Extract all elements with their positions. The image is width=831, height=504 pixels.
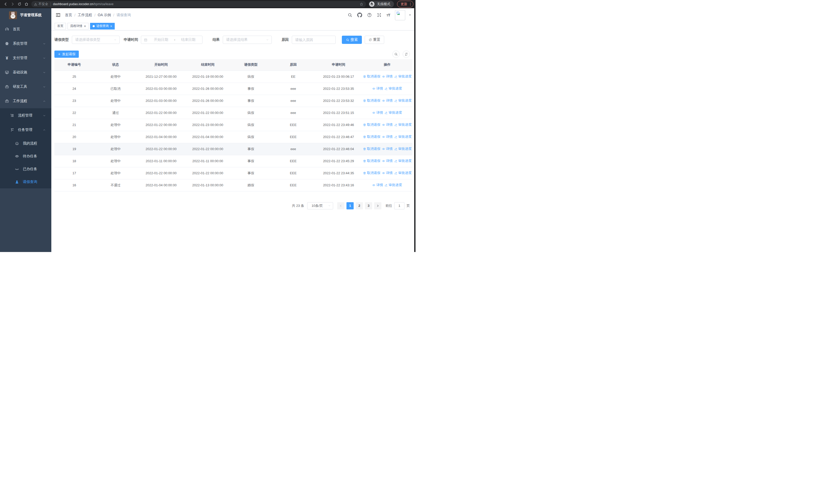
breadcrumb-item[interactable]: 工作流程	[78, 13, 92, 18]
breadcrumb-separator: /	[75, 13, 76, 17]
progress-action-link[interactable]: 审批进度	[394, 98, 412, 103]
action-label: 详情	[386, 147, 393, 151]
bookmark-star-icon[interactable]	[360, 2, 364, 6]
sidebar-item-6[interactable]: 流程管理	[0, 108, 51, 123]
sidebar-item-label: 待办任务	[23, 154, 37, 158]
detail-action-link[interactable]: 详情	[372, 86, 383, 91]
user-avatar[interactable]	[395, 10, 405, 20]
cancel-action-link[interactable]: 取消请假	[363, 98, 380, 103]
search-icon[interactable]	[347, 12, 352, 18]
show-search-button[interactable]	[393, 51, 400, 58]
window-edge-scrollbar[interactable]	[414, 8, 416, 252]
tab-2[interactable]: 请假查询×	[90, 23, 115, 30]
sidebar-item-3[interactable]: 基础设施	[0, 65, 51, 80]
cancel-action-link[interactable]: 取消请假	[363, 135, 380, 139]
progress-action-link[interactable]: 审批进度	[394, 135, 412, 139]
breadcrumb-item[interactable]: 首页	[65, 13, 72, 18]
cancel-action-link[interactable]: 取消请假	[363, 74, 380, 79]
cell-type: 事假	[230, 167, 271, 179]
progress-action-link[interactable]: 审批进度	[384, 183, 402, 187]
progress-action-link[interactable]: 审批进度	[394, 171, 412, 175]
cell-status: 处理中	[94, 70, 137, 83]
tab-0[interactable]: 首页	[55, 23, 66, 30]
sidebar-item-7[interactable]: 任务管理	[0, 123, 51, 137]
cell-status: 处理中	[94, 95, 137, 107]
tab-1[interactable]: 流程详情×	[67, 23, 89, 30]
sidebar-item-11[interactable]: 请假查询	[0, 176, 51, 188]
cancel-action-link[interactable]: 取消请假	[363, 122, 380, 127]
cell-start: 2022-01-22 00:00:00	[137, 119, 185, 131]
browser-home-icon[interactable]	[23, 1, 30, 8]
action-label: 审批进度	[389, 110, 402, 115]
detail-action-link[interactable]: 详情	[382, 98, 393, 103]
page-button-1[interactable]: 1	[346, 202, 354, 209]
page-size-select[interactable]: 10条/页	[307, 202, 333, 209]
reason-input[interactable]	[292, 36, 336, 43]
detail-action-link[interactable]: 详情	[382, 158, 393, 163]
progress-action-link[interactable]: 审批进度	[394, 147, 412, 151]
prev-page-button[interactable]	[337, 202, 344, 209]
refresh-table-button[interactable]	[403, 51, 410, 58]
address-bar[interactable]: 不安全 dashboard.yudao.iocoder.cn/bpm/oa/le…	[31, 1, 366, 7]
detail-action-link[interactable]: 详情	[382, 74, 393, 79]
next-page-button[interactable]	[374, 202, 381, 209]
close-icon[interactable]: ×	[84, 24, 86, 28]
detail-action-link[interactable]: 详情	[382, 147, 393, 151]
detail-action-link[interactable]: 详情	[372, 183, 383, 187]
chevron-up-icon	[42, 128, 46, 131]
reset-button[interactable]: 重置	[365, 36, 384, 44]
leave-type-select[interactable]: 请选择请假类型	[72, 36, 120, 44]
help-icon[interactable]	[367, 12, 372, 18]
breadcrumb-item: 请假查询	[116, 13, 131, 18]
search-button[interactable]: 搜索	[342, 36, 362, 44]
goto-page-input[interactable]	[394, 202, 404, 209]
sidebar-item-5[interactable]: 工作流程	[0, 94, 51, 108]
filter-type-label: 请假类型	[54, 37, 69, 42]
sidebar-item-label: 任务管理	[18, 127, 32, 132]
close-icon[interactable]: ×	[110, 24, 112, 28]
detail-action-link[interactable]: 详情	[382, 135, 393, 139]
sidebar-item-10[interactable]: 已办任务	[0, 163, 51, 176]
app-logo[interactable]: 芋道管理系统	[0, 8, 51, 22]
page-button-2[interactable]: 2	[356, 202, 363, 209]
sidebar-item-0[interactable]: 首页	[0, 22, 51, 36]
cancel-action-link[interactable]: 取消请假	[363, 171, 380, 175]
github-icon[interactable]	[357, 12, 362, 18]
sidebar-item-label: 已办任务	[23, 167, 37, 171]
browser-update-button[interactable]: 更新	[397, 1, 413, 7]
cancel-action-link[interactable]: 取消请假	[363, 158, 380, 163]
progress-action-link[interactable]: 审批进度	[394, 74, 412, 79]
detail-action-link[interactable]: 详情	[372, 110, 383, 115]
browser-back-icon[interactable]	[2, 1, 9, 8]
sidebar-collapse-icon[interactable]	[55, 12, 61, 18]
detail-action-link[interactable]: 详情	[382, 171, 393, 175]
fullscreen-icon[interactable]	[377, 12, 382, 18]
sidebar-item-2[interactable]: ¥支付管理	[0, 51, 51, 65]
progress-action-link[interactable]: 审批进度	[394, 158, 412, 163]
table-row: 23处理中2022-01-03 00:00:002022-01-26 00:00…	[54, 95, 412, 107]
security-chip[interactable]: 不安全	[34, 2, 48, 6]
sidebar-item-1[interactable]: 系统管理	[0, 36, 51, 51]
detail-action-link[interactable]: 详情	[382, 122, 393, 127]
progress-action-link[interactable]: 审批进度	[394, 122, 412, 127]
browser-reload-icon[interactable]	[16, 1, 23, 8]
create-leave-button[interactable]: 发起请假	[54, 51, 79, 58]
breadcrumb-item[interactable]: OA 示例	[98, 13, 111, 18]
cancel-action-link[interactable]: 取消请假	[363, 147, 380, 151]
avatar-caret-icon[interactable]	[408, 13, 411, 17]
cell-start: 2022-01-22 00:00:00	[137, 143, 185, 155]
result-select[interactable]: 请选择流结果	[223, 36, 272, 44]
page-button-3[interactable]: 3	[365, 202, 372, 209]
sidebar-item-4[interactable]: 研发工具	[0, 80, 51, 94]
sidebar-item-8[interactable]: 我的流程	[0, 137, 51, 150]
progress-action-link[interactable]: 审批进度	[384, 86, 402, 91]
cell-end: 2022-01-23 00:00:00	[185, 119, 230, 131]
kebab-menu-icon[interactable]	[408, 2, 412, 6]
progress-action-link[interactable]: 审批进度	[384, 110, 402, 115]
sidebar-item-9[interactable]: 待办任务	[0, 150, 51, 163]
action-label: 详情	[386, 135, 393, 139]
apply-time-range-picker[interactable]: 开始日期 - 结束日期	[141, 36, 202, 44]
browser-forward-icon[interactable]	[9, 1, 16, 8]
font-size-icon[interactable]: TT	[386, 13, 390, 17]
column-header: 请假类型	[230, 59, 271, 70]
